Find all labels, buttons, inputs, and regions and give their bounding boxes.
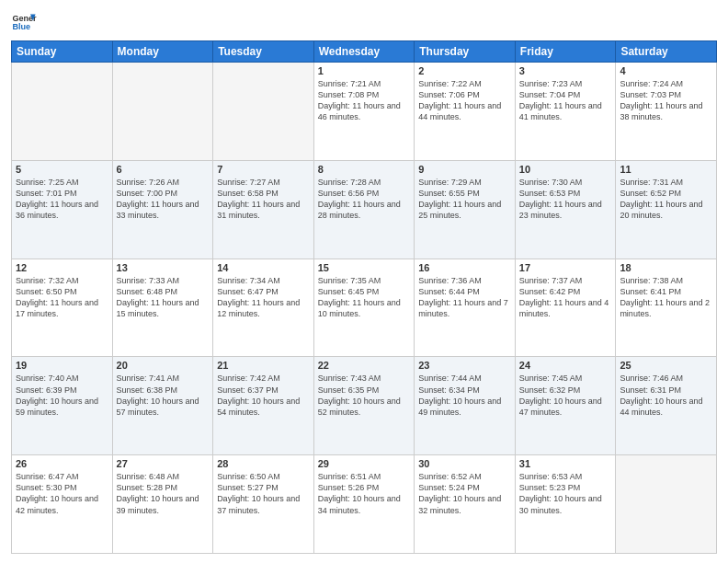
day-info: Sunrise: 7:33 AMSunset: 6:48 PMDaylight:… <box>117 275 210 320</box>
day-number: 6 <box>117 164 210 175</box>
day-info: Sunrise: 7:34 AMSunset: 6:47 PMDaylight:… <box>217 275 310 320</box>
day-number: 29 <box>318 458 411 469</box>
day-number: 30 <box>418 458 511 469</box>
calendar-cell: 2Sunrise: 7:22 AMSunset: 7:06 PMDaylight… <box>415 63 516 161</box>
calendar-cell: 19Sunrise: 7:40 AMSunset: 6:39 PMDayligh… <box>12 357 113 455</box>
day-info: Sunrise: 7:42 AMSunset: 6:37 PMDaylight:… <box>217 373 310 418</box>
day-info: Sunrise: 7:30 AMSunset: 6:53 PMDaylight:… <box>519 177 612 222</box>
calendar-cell: 25Sunrise: 7:46 AMSunset: 6:31 PMDayligh… <box>616 357 717 455</box>
calendar-cell: 21Sunrise: 7:42 AMSunset: 6:37 PMDayligh… <box>213 357 314 455</box>
day-number: 15 <box>318 262 411 273</box>
day-info: Sunrise: 7:26 AMSunset: 7:00 PMDaylight:… <box>117 177 210 222</box>
day-info: Sunrise: 7:46 AMSunset: 6:31 PMDaylight:… <box>620 373 712 418</box>
day-number: 16 <box>418 262 511 273</box>
day-number: 12 <box>16 262 108 273</box>
day-info: Sunrise: 6:47 AMSunset: 5:30 PMDaylight:… <box>16 471 108 516</box>
header: General Blue <box>11 9 717 35</box>
day-info: Sunrise: 7:41 AMSunset: 6:38 PMDaylight:… <box>117 373 210 418</box>
day-number: 7 <box>217 164 310 175</box>
day-info: Sunrise: 7:23 AMSunset: 7:04 PMDaylight:… <box>519 78 612 123</box>
day-number: 9 <box>418 164 511 175</box>
day-info: Sunrise: 7:37 AMSunset: 6:42 PMDaylight:… <box>519 275 612 320</box>
calendar-cell: 11Sunrise: 7:31 AMSunset: 6:52 PMDayligh… <box>616 160 717 259</box>
week-row-1: 1Sunrise: 7:21 AMSunset: 7:08 PMDaylight… <box>12 63 717 161</box>
day-number: 4 <box>620 65 712 76</box>
weekday-header-wednesday: Wednesday <box>313 41 415 63</box>
day-number: 31 <box>519 458 612 469</box>
weekday-header-thursday: Thursday <box>415 41 516 63</box>
calendar-cell <box>112 63 213 161</box>
day-number: 17 <box>519 262 612 273</box>
day-info: Sunrise: 6:51 AMSunset: 5:26 PMDaylight:… <box>318 471 411 516</box>
day-info: Sunrise: 7:40 AMSunset: 6:39 PMDaylight:… <box>16 373 108 418</box>
day-info: Sunrise: 7:21 AMSunset: 7:08 PMDaylight:… <box>318 78 411 123</box>
calendar-cell: 12Sunrise: 7:32 AMSunset: 6:50 PMDayligh… <box>12 259 113 357</box>
day-info: Sunrise: 7:29 AMSunset: 6:55 PMDaylight:… <box>418 177 511 222</box>
logo: General Blue <box>11 9 37 35</box>
calendar-cell <box>213 63 314 161</box>
day-info: Sunrise: 7:45 AMSunset: 6:32 PMDaylight:… <box>519 373 612 418</box>
day-info: Sunrise: 7:25 AMSunset: 7:01 PMDaylight:… <box>16 177 108 222</box>
calendar-cell: 29Sunrise: 6:51 AMSunset: 5:26 PMDayligh… <box>313 455 415 554</box>
calendar-cell <box>12 63 113 161</box>
calendar-cell: 7Sunrise: 7:27 AMSunset: 6:58 PMDaylight… <box>213 160 314 259</box>
day-number: 21 <box>217 360 310 371</box>
day-info: Sunrise: 6:50 AMSunset: 5:27 PMDaylight:… <box>217 471 310 516</box>
calendar-cell: 31Sunrise: 6:53 AMSunset: 5:23 PMDayligh… <box>515 455 616 554</box>
calendar-cell: 20Sunrise: 7:41 AMSunset: 6:38 PMDayligh… <box>112 357 213 455</box>
day-number: 1 <box>318 65 411 76</box>
week-row-5: 26Sunrise: 6:47 AMSunset: 5:30 PMDayligh… <box>12 455 717 554</box>
calendar-cell: 13Sunrise: 7:33 AMSunset: 6:48 PMDayligh… <box>112 259 213 357</box>
day-number: 14 <box>217 262 310 273</box>
week-row-3: 12Sunrise: 7:32 AMSunset: 6:50 PMDayligh… <box>12 259 717 357</box>
calendar-cell: 26Sunrise: 6:47 AMSunset: 5:30 PMDayligh… <box>12 455 113 554</box>
day-number: 19 <box>16 360 108 371</box>
day-number: 26 <box>16 458 108 469</box>
calendar-cell: 14Sunrise: 7:34 AMSunset: 6:47 PMDayligh… <box>213 259 314 357</box>
day-info: Sunrise: 7:36 AMSunset: 6:44 PMDaylight:… <box>418 275 511 320</box>
day-info: Sunrise: 7:43 AMSunset: 6:35 PMDaylight:… <box>318 373 411 418</box>
calendar-cell: 6Sunrise: 7:26 AMSunset: 7:00 PMDaylight… <box>112 160 213 259</box>
day-info: Sunrise: 6:52 AMSunset: 5:24 PMDaylight:… <box>418 471 511 516</box>
day-number: 8 <box>318 164 411 175</box>
day-number: 25 <box>620 360 712 371</box>
calendar-cell: 27Sunrise: 6:48 AMSunset: 5:28 PMDayligh… <box>112 455 213 554</box>
day-info: Sunrise: 7:24 AMSunset: 7:03 PMDaylight:… <box>620 78 712 123</box>
week-row-2: 5Sunrise: 7:25 AMSunset: 7:01 PMDaylight… <box>12 160 717 259</box>
day-info: Sunrise: 7:44 AMSunset: 6:34 PMDaylight:… <box>418 373 511 418</box>
day-number: 20 <box>117 360 210 371</box>
calendar-cell: 24Sunrise: 7:45 AMSunset: 6:32 PMDayligh… <box>515 357 616 455</box>
day-number: 23 <box>418 360 511 371</box>
calendar-cell: 18Sunrise: 7:38 AMSunset: 6:41 PMDayligh… <box>616 259 717 357</box>
weekday-header-row: SundayMondayTuesdayWednesdayThursdayFrid… <box>12 41 717 63</box>
weekday-header-tuesday: Tuesday <box>213 41 314 63</box>
calendar-cell: 17Sunrise: 7:37 AMSunset: 6:42 PMDayligh… <box>515 259 616 357</box>
day-number: 11 <box>620 164 712 175</box>
svg-text:Blue: Blue <box>12 22 30 31</box>
day-number: 27 <box>117 458 210 469</box>
calendar-cell: 3Sunrise: 7:23 AMSunset: 7:04 PMDaylight… <box>515 63 616 161</box>
day-info: Sunrise: 7:31 AMSunset: 6:52 PMDaylight:… <box>620 177 712 222</box>
calendar-cell: 5Sunrise: 7:25 AMSunset: 7:01 PMDaylight… <box>12 160 113 259</box>
day-info: Sunrise: 7:27 AMSunset: 6:58 PMDaylight:… <box>217 177 310 222</box>
weekday-header-monday: Monday <box>112 41 213 63</box>
day-number: 18 <box>620 262 712 273</box>
day-number: 24 <box>519 360 612 371</box>
calendar-cell: 22Sunrise: 7:43 AMSunset: 6:35 PMDayligh… <box>313 357 415 455</box>
calendar-cell: 16Sunrise: 7:36 AMSunset: 6:44 PMDayligh… <box>415 259 516 357</box>
calendar-cell: 23Sunrise: 7:44 AMSunset: 6:34 PMDayligh… <box>415 357 516 455</box>
weekday-header-sunday: Sunday <box>12 41 113 63</box>
week-row-4: 19Sunrise: 7:40 AMSunset: 6:39 PMDayligh… <box>12 357 717 455</box>
calendar-cell: 10Sunrise: 7:30 AMSunset: 6:53 PMDayligh… <box>515 160 616 259</box>
day-info: Sunrise: 7:35 AMSunset: 6:45 PMDaylight:… <box>318 275 411 320</box>
day-number: 5 <box>16 164 108 175</box>
day-number: 10 <box>519 164 612 175</box>
weekday-header-saturday: Saturday <box>616 41 717 63</box>
day-number: 28 <box>217 458 310 469</box>
day-number: 2 <box>418 65 511 76</box>
calendar-cell: 1Sunrise: 7:21 AMSunset: 7:08 PMDaylight… <box>313 63 415 161</box>
weekday-header-friday: Friday <box>515 41 616 63</box>
calendar-cell: 4Sunrise: 7:24 AMSunset: 7:03 PMDaylight… <box>616 63 717 161</box>
day-number: 13 <box>117 262 210 273</box>
day-number: 22 <box>318 360 411 371</box>
